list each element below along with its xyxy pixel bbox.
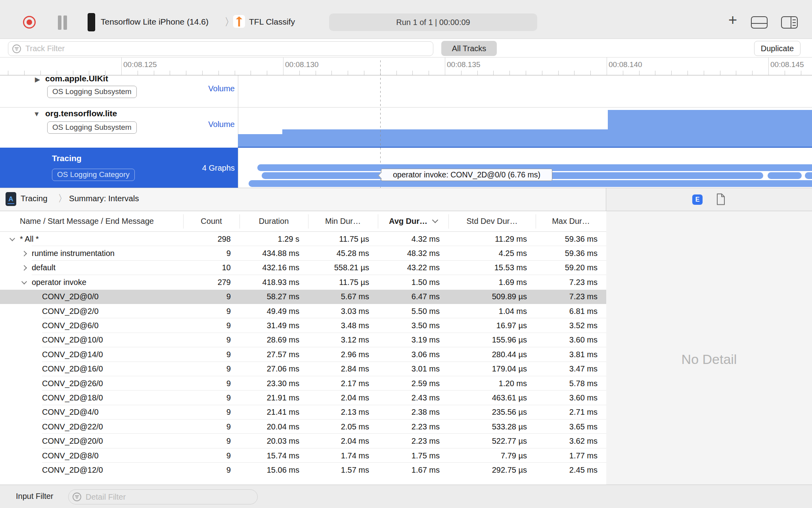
table-row[interactable]: CONV_2D@20/0920.03 ms2.04 ms2.23 ms522.7… <box>0 434 606 448</box>
track-row-tracing[interactable]: Tracing OS Logging Category 4 Graphs <box>0 148 238 188</box>
table-row[interactable]: CONV_2D@6/0931.49 ms3.48 ms3.50 ms16.97 … <box>0 318 606 333</box>
row-max-value: 59.20 ms <box>536 263 606 272</box>
row-min-value: 3.03 ms <box>308 307 378 316</box>
row-count-value: 10 <box>183 263 239 272</box>
ruler-minor-tick <box>590 71 591 75</box>
row-name: CONV_2D@12/0 <box>42 466 103 475</box>
table-row[interactable]: operator invoke279418.93 ms11.75 µs1.50 … <box>0 275 606 289</box>
volume-graph-segment <box>282 129 608 148</box>
row-min-value: 3.12 ms <box>308 335 378 344</box>
track-sidebar-divider[interactable] <box>238 75 238 188</box>
breadcrumb-view[interactable]: Summary: Intervals <box>69 194 139 203</box>
column-header-duration[interactable]: Duration <box>239 211 308 231</box>
row-name: CONV_2D@2/0 <box>42 307 99 316</box>
track-filter-field[interactable] <box>8 41 433 56</box>
table-row[interactable]: CONV_2D@14/0927.57 ms2.96 ms3.06 ms280.4… <box>0 347 606 362</box>
record-button[interactable] <box>23 16 36 29</box>
row-name: CONV_2D@0/0 <box>42 292 99 301</box>
breadcrumb-instrument[interactable]: Tracing <box>21 194 48 203</box>
interval-bar[interactable] <box>805 172 812 179</box>
row-duration-value: 15.06 ms <box>239 466 308 475</box>
track-title: Tracing <box>52 154 82 163</box>
row-count-value: 9 <box>183 393 239 402</box>
row-avg-value: 4.32 ms <box>378 235 448 244</box>
column-separator[interactable] <box>448 214 449 229</box>
column-header-stddevdur[interactable]: Std Dev Dur… <box>448 211 536 231</box>
table-row[interactable]: CONV_2D@18/0921.91 ms2.04 ms2.43 ms463.6… <box>0 391 606 405</box>
ruler-minor-tick <box>186 71 186 75</box>
column-separator[interactable] <box>239 214 240 229</box>
ruler-major-tick <box>121 58 122 75</box>
document-icon[interactable] <box>716 193 726 205</box>
row-min-value: 45.28 ms <box>308 249 378 258</box>
process-label[interactable]: TFL Classify <box>249 17 295 27</box>
row-chevron-down-icon[interactable] <box>10 236 15 241</box>
row-chevron-right-icon[interactable] <box>21 251 27 256</box>
ruler-minor-tick <box>526 71 526 75</box>
lane-label-volume: Volume <box>171 120 235 129</box>
row-max-value: 3.47 ms <box>536 364 606 373</box>
tracing-instrument-icon[interactable]: A <box>6 192 16 206</box>
row-chevron-down-icon[interactable] <box>21 279 27 285</box>
column-header-mindur[interactable]: Min Dur… <box>308 211 378 231</box>
row-max-value: 3.62 ms <box>536 437 606 446</box>
track-badge: OS Logging Subsystem <box>47 121 137 134</box>
time-ruler[interactable]: 00:08.12500:08.13000:08.13500:08.14000:0… <box>0 57 812 75</box>
table-row[interactable]: CONV_2D@2/0949.49 ms3.03 ms5.50 ms1.04 m… <box>0 304 606 318</box>
ruler-time-label: 00:08.140 <box>609 60 642 69</box>
row-count-value: 9 <box>183 437 239 446</box>
table-row[interactable]: CONV_2D@4/0921.41 ms2.13 ms2.38 ms235.56… <box>0 405 606 419</box>
duplicate-button[interactable]: Duplicate <box>754 41 801 56</box>
ruler-minor-tick <box>24 71 25 75</box>
row-chevron-right-icon[interactable] <box>21 265 27 271</box>
no-detail-message: No Detail <box>606 352 812 367</box>
ruler-minor-tick <box>40 71 41 75</box>
table-row[interactable]: * All *2981.29 s11.75 µs4.32 ms11.29 ms5… <box>0 232 606 246</box>
table-row[interactable]: default10432.16 ms558.21 µs43.22 ms15.53… <box>0 261 606 275</box>
interval-bar[interactable] <box>768 172 802 179</box>
table-row[interactable]: CONV_2D@26/0923.30 ms2.17 ms2.59 ms1.20 … <box>0 376 606 391</box>
row-std-value: 509.89 µs <box>448 292 536 301</box>
row-name: CONV_2D@6/0 <box>42 321 99 330</box>
toggle-bottom-panel-icon[interactable] <box>751 16 768 29</box>
row-name: CONV_2D@20/0 <box>42 437 103 446</box>
table-row[interactable]: CONV_2D@16/0927.06 ms2.84 ms3.01 ms179.0… <box>0 362 606 376</box>
row-avg-value: 5.50 ms <box>378 307 448 316</box>
table-row[interactable]: CONV_2D@22/0920.04 ms2.05 ms2.23 ms533.2… <box>0 419 606 434</box>
toggle-right-panel-icon[interactable] <box>781 16 798 29</box>
ruler-minor-tick <box>639 71 640 75</box>
ruler-time-label: 00:08.135 <box>447 60 481 69</box>
column-separator[interactable] <box>183 214 184 229</box>
table-row[interactable]: CONV_2D@0/0958.27 ms5.67 ms6.47 ms509.89… <box>0 290 606 304</box>
interval-bar[interactable] <box>249 180 812 187</box>
row-std-value: 1.20 ms <box>448 379 536 388</box>
row-min-value: 558.21 µs <box>308 263 378 272</box>
detail-filter-input[interactable] <box>86 493 237 502</box>
column-header-count[interactable]: Count <box>183 211 239 231</box>
row-name: runtime instrumentation <box>32 249 115 258</box>
disclosure-expanded-icon[interactable]: ▼ <box>33 110 40 118</box>
table-row[interactable]: CONV_2D@8/0915.74 ms1.74 ms1.75 ms7.79 µ… <box>0 448 606 463</box>
row-min-value: 5.67 ms <box>308 292 378 301</box>
interval-tooltip-text: operator invoke: CONV_2D@0/0 (6.76 ms) <box>393 170 540 179</box>
table-row[interactable]: CONV_2D@10/0928.69 ms3.12 ms3.19 ms155.9… <box>0 333 606 347</box>
disclosure-collapsed-icon[interactable]: ▶ <box>35 75 40 84</box>
column-separator[interactable] <box>308 214 308 229</box>
column-header-name[interactable]: Name / Start Message / End Message <box>0 211 183 231</box>
lane-label-graphs: 4 Graphs <box>171 164 235 173</box>
table-row[interactable]: runtime instrumentation9434.88 ms45.28 m… <box>0 246 606 260</box>
detail-filter-field[interactable] <box>68 489 258 504</box>
row-count-value: 9 <box>183 335 239 344</box>
row-name: operator invoke <box>32 278 86 287</box>
device-target-label[interactable]: Tensorflow Lite iPhone (14.6) <box>101 17 209 27</box>
track-filter-input[interactable] <box>25 44 365 53</box>
all-tracks-button[interactable]: All Tracks <box>441 41 497 56</box>
table-row[interactable]: CONV_2D@12/0915.06 ms1.57 ms1.67 ms292.7… <box>0 463 606 477</box>
extended-detail-icon[interactable]: E <box>692 194 703 205</box>
add-instrument-button[interactable]: + <box>725 12 741 28</box>
pause-button[interactable] <box>58 15 67 30</box>
column-header-avgdur[interactable]: Avg Dur… <box>378 211 448 231</box>
column-separator[interactable] <box>536 214 536 229</box>
column-header-maxdur[interactable]: Max Dur… <box>536 211 606 231</box>
column-separator[interactable] <box>378 214 378 229</box>
